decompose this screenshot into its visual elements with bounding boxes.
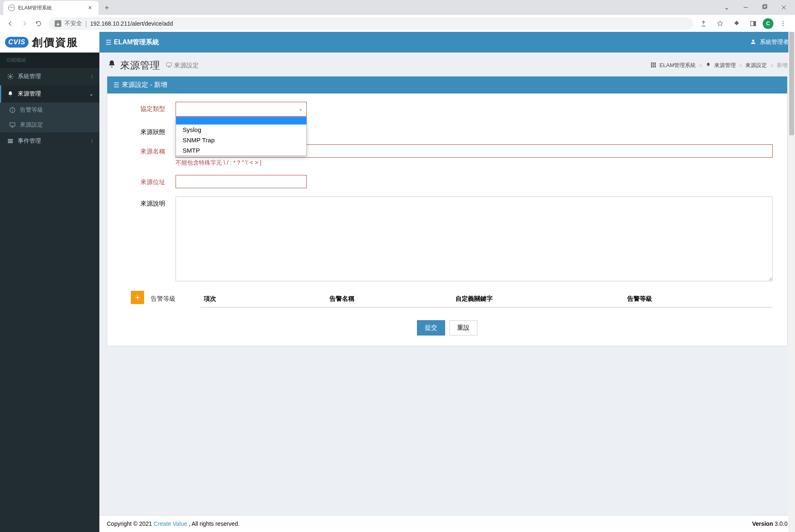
footer-brand-link[interactable]: Create Value xyxy=(154,520,187,527)
svg-rect-26 xyxy=(651,66,652,67)
bookmark-star-icon[interactable] xyxy=(713,17,727,31)
alert-level-label: 告警等級 xyxy=(151,292,176,303)
sidebar-item-system[interactable]: 系統管理 〈 xyxy=(0,68,99,85)
submit-button[interactable]: 提交 xyxy=(417,320,445,335)
dropdown-option[interactable]: SMTP xyxy=(176,145,306,156)
protocol-dropdown-list: Syslog SNMP Trap SMTP xyxy=(176,117,307,156)
panel-header: ☰ 來源設定 - 新增 xyxy=(107,77,787,93)
tab-title: ELAM管理系統 xyxy=(18,5,87,12)
info-icon xyxy=(8,107,17,113)
bell-icon xyxy=(107,59,117,72)
form-row-address: 來源位址 xyxy=(122,175,773,188)
sidebar-item-event[interactable]: 事件管理 〈 xyxy=(0,132,99,150)
sidebar-item-label: 事件管理 xyxy=(18,137,41,145)
chevron-left-icon: 〈 xyxy=(89,138,93,144)
footer-version: 3.0.0 xyxy=(775,520,788,527)
dropdown-option[interactable]: SNMP Trap xyxy=(176,135,306,145)
tabs-dropdown-icon[interactable]: ⌄ xyxy=(717,1,736,14)
table-header: 告警名稱 xyxy=(326,291,452,307)
table-header: 項次 xyxy=(200,291,326,307)
svg-rect-13 xyxy=(12,110,12,111)
form-label-protocol: 協定類型 xyxy=(122,102,176,113)
panel-body: 協定類型 ⌄ Syslog SNMP Trap SMTP xyxy=(107,93,787,346)
gear-icon xyxy=(6,73,14,80)
page-scrollbar[interactable] xyxy=(788,32,795,532)
svg-rect-17 xyxy=(8,142,13,143)
url-input[interactable]: ▲ 不安全 | 192.168.10.211/alert/device/add xyxy=(49,17,693,30)
svg-point-12 xyxy=(12,109,13,110)
url-separator: | xyxy=(85,20,87,27)
breadcrumb-item[interactable]: ELAM管理系統 xyxy=(660,62,696,69)
share-icon[interactable] xyxy=(696,17,711,31)
source-desc-textarea[interactable] xyxy=(176,197,773,281)
topbar-user[interactable]: 系統管理者 xyxy=(750,38,789,46)
breadcrumb-item[interactable]: 來源管理 xyxy=(714,62,736,69)
form-actions: 提交 重設 xyxy=(122,320,773,335)
logo-badge: CVIS xyxy=(5,37,29,48)
warning-icon: ▲ xyxy=(55,20,61,27)
svg-rect-21 xyxy=(653,62,654,64)
source-address-input[interactable] xyxy=(176,175,307,188)
new-tab-button[interactable]: + xyxy=(101,2,113,14)
reload-button[interactable] xyxy=(31,17,46,31)
forward-button[interactable] xyxy=(17,17,31,31)
monitor-icon xyxy=(8,122,17,128)
browser-tab-bar: ELAM管理系統 × + ⌄ xyxy=(0,0,795,15)
form-row-protocol: 協定類型 ⌄ Syslog SNMP Trap SMTP xyxy=(122,102,773,117)
alert-level-section: 告警等級 項次 告警名稱 自定義關鍵字 告警等級 xyxy=(122,291,773,308)
sidebar-item-label: 系統管理 xyxy=(18,73,41,80)
svg-rect-24 xyxy=(653,64,654,65)
window-maximize-button[interactable] xyxy=(755,1,774,14)
dropdown-option-blank[interactable] xyxy=(176,117,306,125)
form-label-address: 來源位址 xyxy=(122,175,176,186)
sidebar-item-label: 來源管理 xyxy=(18,90,41,98)
kebab-menu-icon[interactable] xyxy=(776,17,790,31)
reset-button[interactable]: 重設 xyxy=(449,320,477,335)
form-label-status: 來源狀態 xyxy=(122,125,176,136)
svg-rect-25 xyxy=(655,64,656,65)
bell-icon xyxy=(6,91,14,97)
breadcrumb-item[interactable]: 來源設定 xyxy=(745,62,767,69)
page-title: 來源管理 來源設定 xyxy=(107,59,199,72)
breadcrumb-item: 新增 xyxy=(777,62,788,69)
logo[interactable]: CVIS 創價資服 xyxy=(0,32,99,53)
footer-copyright: Copyright © 2021 xyxy=(107,520,154,527)
extensions-icon[interactable] xyxy=(730,17,744,31)
window-minimize-button[interactable] xyxy=(736,1,755,14)
back-button[interactable] xyxy=(3,17,17,31)
svg-rect-16 xyxy=(8,141,13,141)
app-root: CVIS 創價資服 功能模組 系統管理 〈 來源管理 ⌄ 告警等級 xyxy=(0,32,795,532)
logo-text: 創價資服 xyxy=(32,35,78,50)
browser-tab[interactable]: ELAM管理系統 × xyxy=(3,1,99,15)
chevron-left-icon: 〈 xyxy=(89,74,93,80)
topbar-title: ELAM管理系統 xyxy=(114,38,159,47)
sidebar: CVIS 創價資服 功能模組 系統管理 〈 來源管理 ⌄ 告警等級 xyxy=(0,32,99,532)
sidebar-subitem-source-setting[interactable]: 來源設定 xyxy=(0,117,99,132)
dropdown-option[interactable]: Syslog xyxy=(176,125,306,135)
profile-avatar[interactable]: C xyxy=(763,18,773,29)
sidebar-item-source[interactable]: 來源管理 ⌄ xyxy=(0,85,99,103)
hamburger-icon[interactable]: ☰ xyxy=(106,38,111,46)
footer: Copyright © 2021 Create Value , All righ… xyxy=(99,515,795,532)
scrollbar-thumb[interactable] xyxy=(789,32,794,135)
footer-version-label: Version xyxy=(752,520,774,527)
sidebar-subitem-alert-level[interactable]: 告警等級 xyxy=(0,103,99,117)
protocol-select[interactable] xyxy=(176,102,307,117)
svg-rect-14 xyxy=(10,123,15,126)
sidebar-item-label: 來源設定 xyxy=(20,121,43,129)
bell-icon xyxy=(706,62,711,69)
list-icon xyxy=(6,138,14,144)
svg-point-8 xyxy=(783,23,783,24)
svg-rect-1 xyxy=(763,5,766,9)
svg-point-18 xyxy=(752,39,754,41)
topbar-user-name: 系統管理者 xyxy=(760,38,789,46)
svg-rect-23 xyxy=(651,64,652,65)
svg-rect-6 xyxy=(754,21,756,26)
form-label-name: 來源名稱 xyxy=(122,144,176,156)
window-close-button[interactable] xyxy=(774,1,793,14)
svg-rect-27 xyxy=(653,66,654,67)
side-panel-icon[interactable] xyxy=(746,17,760,31)
add-alert-level-button[interactable] xyxy=(131,291,144,304)
close-icon[interactable]: × xyxy=(87,4,94,12)
globe-icon xyxy=(8,5,15,11)
